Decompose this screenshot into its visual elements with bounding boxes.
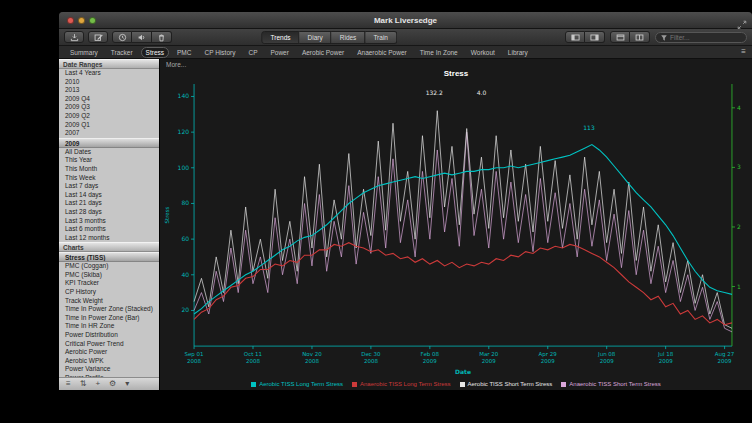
sidebar-item-last-7-days[interactable]: Last 7 days xyxy=(59,182,159,191)
chart-title: Stress xyxy=(160,69,752,80)
sidebar-item-power-variance[interactable]: Power Variance xyxy=(59,365,159,374)
tab-power[interactable]: Power xyxy=(265,47,293,58)
panel-left-icon xyxy=(571,33,580,42)
sidebar-item-this-month[interactable]: This Month xyxy=(59,165,159,174)
legend-item-aerobic-tiss-long-term-stress[interactable]: Aerobic TISS Long Term Stress xyxy=(251,381,343,387)
svg-text:Feb 08: Feb 08 xyxy=(421,351,440,357)
sidebar-section-charts[interactable]: Charts xyxy=(59,242,159,252)
stress-chart-canvas[interactable]: 204060801001201401234Sep 012008Oct 11200… xyxy=(160,80,752,378)
legend-item-anaerobic-tiss-short-term-stress[interactable]: Anaerobic TISS Short Term Stress xyxy=(561,381,660,387)
chart-tab-bar: SummaryTrackerStressPMCCP HistoryCPPower… xyxy=(59,46,752,59)
sidebar-item-track-weight[interactable]: Track Weight xyxy=(59,297,159,306)
delete-button[interactable] xyxy=(152,31,172,43)
filter-input[interactable] xyxy=(670,34,742,41)
tab-tracker[interactable]: Tracker xyxy=(106,47,138,58)
sidebar-item-time-in-hr-zone[interactable]: Time In HR Zone xyxy=(59,322,159,331)
sidebar-item-last-28-days[interactable]: Last 28 days xyxy=(59,208,159,217)
sidebar-item-time-in-power-zone-stacked[interactable]: Time In Power Zone (Stacked) xyxy=(59,305,159,314)
tab-cp-history[interactable]: CP History xyxy=(199,47,240,58)
chart-menu-icon[interactable]: ≡ xyxy=(741,48,746,56)
sidebar-item-last-14-days[interactable]: Last 14 days xyxy=(59,191,159,200)
tab-time-in-zone[interactable]: Time In Zone xyxy=(415,47,463,58)
tabbed-view-button[interactable] xyxy=(610,31,630,43)
annotation-4-0: 4.0 xyxy=(477,89,487,96)
sidebar-item-time-in-power-zone-bar[interactable]: Time In Power Zone (Bar) xyxy=(59,314,159,323)
sidebar-item-kpi-tracker[interactable]: KPI Tracker xyxy=(59,279,159,288)
sidebar-item-2013[interactable]: 2013 xyxy=(59,86,159,95)
sidebar-section-date-ranges[interactable]: Date Ranges xyxy=(59,59,159,69)
more-options-icon[interactable]: ▾ xyxy=(125,380,129,388)
menu-icon[interactable]: ≡ xyxy=(66,380,71,388)
sidebar-item-2009-q4[interactable]: 2009 Q4 xyxy=(59,95,159,104)
sidebar-item-2009-q2[interactable]: 2009 Q2 xyxy=(59,112,159,121)
series-anaerobic-tiss-short-term-stress xyxy=(194,132,732,332)
sidebar-item-aerobic-wpk[interactable]: Aerobic WPK xyxy=(59,357,159,366)
sidebar-item-last-4-years[interactable]: Last 4 Years xyxy=(59,69,159,78)
filter-field[interactable] xyxy=(655,32,747,43)
more-button[interactable]: More... xyxy=(166,61,186,68)
svg-text:Oct 11: Oct 11 xyxy=(244,351,262,357)
sidebar-item-critical-power-trend[interactable]: Critical Power Trend xyxy=(59,340,159,349)
sort-icon[interactable]: ⇅ xyxy=(80,380,87,388)
sidebar-item-last-3-months[interactable]: Last 3 months xyxy=(59,217,159,226)
sidebar-item-last-21-days[interactable]: Last 21 days xyxy=(59,199,159,208)
filter-funnel-icon xyxy=(660,28,668,46)
sidebar-item-all-dates[interactable]: All Dates xyxy=(59,148,159,157)
toggle-right-sidebar-button[interactable] xyxy=(585,31,605,43)
sidebar-item-2009-q1[interactable]: 2009 Q1 xyxy=(59,121,159,130)
view-tab-train[interactable]: Train xyxy=(365,31,397,44)
view-tab-trends[interactable]: Trends xyxy=(262,31,300,44)
sidebar-item-2009[interactable]: 2009 xyxy=(59,138,159,148)
compose-icon xyxy=(94,33,103,42)
svg-text:2008: 2008 xyxy=(305,358,320,364)
legend-item-aerobic-tiss-short-term-stress[interactable]: Aerobic TISS Short Term Stress xyxy=(460,381,553,387)
compose-button[interactable] xyxy=(88,31,108,43)
sidebar-item-2010[interactable]: 2010 xyxy=(59,78,159,87)
sidebar-item-power-distribution[interactable]: Power Distribution xyxy=(59,331,159,340)
tab-workout[interactable]: Workout xyxy=(466,47,500,58)
sidebar-item-this-week[interactable]: This Week xyxy=(59,174,159,183)
zoom-button[interactable] xyxy=(89,17,96,24)
sidebar-item-cp-history[interactable]: CP History xyxy=(59,288,159,297)
sidebar-item-this-year[interactable]: This Year xyxy=(59,156,159,165)
sidebar-item-aerobic-power[interactable]: Aerobic Power xyxy=(59,348,159,357)
add-chart-icon[interactable]: + xyxy=(95,380,100,388)
title-bar[interactable]: Mark Liversedge xyxy=(59,12,752,29)
history-button[interactable] xyxy=(112,31,132,43)
tab-stress[interactable]: Stress xyxy=(141,47,169,58)
svg-text:Sep 01: Sep 01 xyxy=(185,351,204,358)
sidebar-item-pmc-skiba[interactable]: PMC (Skiba) xyxy=(59,271,159,280)
close-button[interactable] xyxy=(67,17,74,24)
svg-text:Dec 30: Dec 30 xyxy=(361,351,381,357)
app-window: Mark Liversedge TrendsDiaryRidesTrain Su… xyxy=(59,12,752,390)
sidebar-item-pmc-coggan[interactable]: PMC (Coggan) xyxy=(59,262,159,271)
legend-swatch xyxy=(251,382,256,387)
sidebar-item-last-12-months[interactable]: Last 12 months xyxy=(59,234,159,243)
fullscreen-icon[interactable] xyxy=(737,16,747,26)
sidebar-item-stress-tiss[interactable]: Stress (TISS) xyxy=(59,252,159,262)
tab-pmc[interactable]: PMC xyxy=(172,47,196,58)
svg-text:2009: 2009 xyxy=(482,358,497,364)
view-tab-rides[interactable]: Rides xyxy=(332,31,366,44)
tab-summary[interactable]: Summary xyxy=(65,47,103,58)
svg-text:2009: 2009 xyxy=(718,358,733,364)
sidebar-item-last-6-months[interactable]: Last 6 months xyxy=(59,225,159,234)
svg-text:2: 2 xyxy=(737,223,741,230)
tab-cp[interactable]: CP xyxy=(243,47,262,58)
sidebar-item-2007[interactable]: 2007 xyxy=(59,129,159,138)
view-tab-diary[interactable]: Diary xyxy=(300,31,332,44)
legend-item-anaerobic-tiss-long-term-stress[interactable]: Anaerobic TISS Long Term Stress xyxy=(352,381,451,387)
legend-swatch xyxy=(460,382,465,387)
svg-text:Aug 27: Aug 27 xyxy=(715,351,735,358)
sidebar-item-2009-q3[interactable]: 2009 Q3 xyxy=(59,103,159,112)
tab-anaerobic-power[interactable]: Anaerobic Power xyxy=(352,47,412,58)
settings-icon[interactable]: ⚙ xyxy=(109,380,116,388)
tab-library[interactable]: Library xyxy=(503,47,533,58)
import-button[interactable] xyxy=(64,31,84,43)
tiled-view-button[interactable] xyxy=(630,31,650,43)
window-title: Mark Liversedge xyxy=(374,16,437,25)
audio-button[interactable] xyxy=(132,31,152,43)
tab-aerobic-power[interactable]: Aerobic Power xyxy=(297,47,349,58)
minimize-button[interactable] xyxy=(78,17,85,24)
toggle-left-sidebar-button[interactable] xyxy=(565,31,585,43)
